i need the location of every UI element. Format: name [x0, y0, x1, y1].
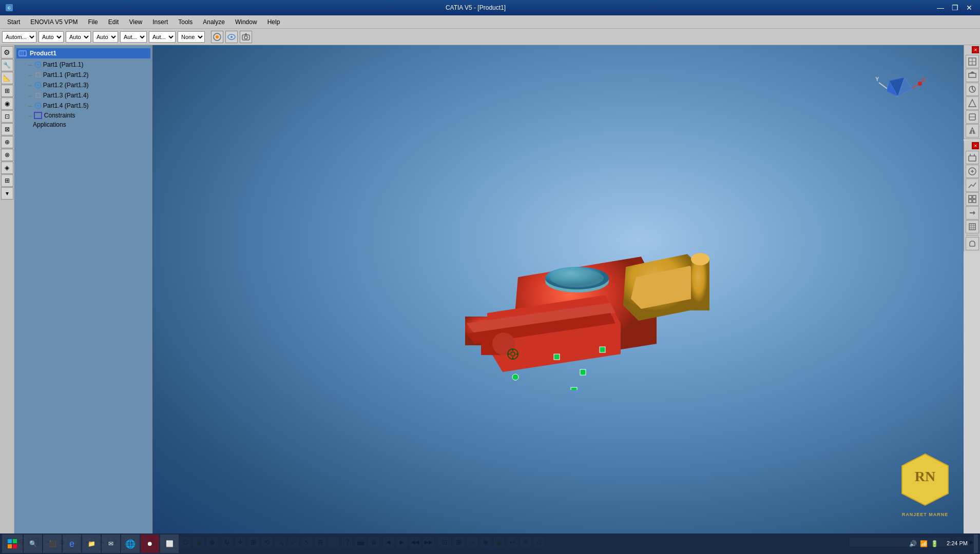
minus-icon-6: — [28, 113, 32, 118]
chrome-btn[interactable]: 🌐 [121, 535, 140, 553]
right-btn-4[interactable] [966, 96, 979, 110]
tray-power[interactable]: 🔋 [931, 540, 938, 547]
right-btn-1[interactable] [966, 55, 979, 68]
minus-icon-4: — [28, 93, 32, 98]
tool-btn-12[interactable]: ▾ [1, 187, 13, 200]
aut-select-1[interactable]: Aut... [120, 31, 147, 43]
expand-icon-1: + [24, 62, 27, 68]
svg-point-13 [37, 64, 39, 66]
right-btn-11[interactable] [966, 206, 979, 220]
right-btn-3[interactable] [966, 83, 979, 96]
tool-btn-9[interactable]: ⊗ [1, 149, 13, 161]
auto-select-3[interactable]: Auto [93, 31, 118, 43]
tree-item-part1-3[interactable]: + — Part1.3 (Part1.4) [23, 90, 150, 101]
right-btn-2[interactable] [966, 69, 979, 82]
mail-btn[interactable]: ✉ [102, 535, 120, 553]
show-desktop-btn[interactable] [974, 535, 978, 553]
explorer-btn[interactable]: 📁 [82, 535, 101, 553]
right-btn-13[interactable] [966, 237, 979, 250]
tool-btn-8[interactable]: ⊕ [1, 136, 13, 148]
product-tree: Product1 + — Part1 (Part1.1) + — [14, 45, 153, 533]
menu-file[interactable]: File [83, 17, 103, 27]
tray-volume[interactable]: 📶 [920, 540, 928, 547]
tree-item-part1-2[interactable]: + — Part1.2 (Part1.3) [23, 80, 150, 90]
menu-analyze[interactable]: Analyze [198, 17, 230, 27]
tree-item-label-part1-2: Part1.2 (Part1.3) [43, 82, 89, 89]
record-btn[interactable]: ⏺ [141, 535, 159, 553]
svg-point-29 [37, 105, 39, 107]
tree-item-part1[interactable]: + — Part1 (Part1.1) [23, 60, 150, 70]
edge-btn[interactable]: e [63, 535, 81, 553]
tree-item-constraints[interactable]: + — Constraints [23, 111, 150, 120]
svg-point-41 [918, 82, 922, 86]
expand-icon-5: + [24, 103, 27, 109]
right-btn-9[interactable] [966, 179, 979, 192]
svg-text:RN: RN [915, 468, 935, 484]
tool-btn-6[interactable]: ⊡ [1, 110, 13, 123]
tool-btn-2[interactable]: 🔧 [1, 59, 13, 71]
tool-btn-5[interactable]: ◉ [1, 97, 13, 110]
menu-view[interactable]: View [124, 17, 147, 27]
separator-1 [966, 235, 978, 235]
svg-rect-55 [600, 347, 605, 352]
svg-rect-27 [36, 93, 40, 97]
svg-rect-90 [969, 224, 975, 230]
task-view-btn[interactable]: ⬛ [43, 535, 62, 553]
right-btn-10[interactable] [966, 192, 979, 206]
minus-icon-3: — [28, 83, 32, 88]
auto-select-1[interactable]: Auto [39, 31, 64, 43]
rn-watermark: RN RANJEET MARNE [897, 451, 953, 508]
none-select[interactable]: None [178, 31, 205, 43]
right-btn-6[interactable] [966, 124, 979, 137]
tool-btn-3[interactable]: 📐 [1, 72, 13, 84]
svg-rect-71 [969, 73, 976, 77]
svg-point-5 [230, 36, 233, 38]
minimize-button[interactable]: — [934, 3, 947, 13]
menu-insert[interactable]: Insert [147, 17, 173, 27]
menu-window[interactable]: Window [230, 17, 262, 27]
window-title: CATIA V5 - [Product1] [17, 4, 934, 11]
right-btn-8[interactable] [966, 165, 979, 178]
close-button[interactable]: ✕ [963, 3, 976, 13]
tool-btn-7[interactable]: ⊠ [1, 123, 13, 135]
auto-select-2[interactable]: Auto [66, 31, 91, 43]
menu-enovia[interactable]: ENOVIA V5 VPM [25, 17, 83, 27]
panel2-close-btn[interactable]: ✕ [972, 142, 979, 149]
tree-item-label-constraints: Constraints [44, 112, 75, 119]
right-btn-5[interactable] [966, 110, 979, 124]
svg-point-21 [37, 84, 39, 86]
camera-icon[interactable] [240, 31, 252, 43]
tool-btn-10[interactable]: ◈ [1, 162, 13, 174]
tree-root[interactable]: Product1 [16, 48, 150, 58]
search-taskbar-btn[interactable]: 🔍 [24, 535, 42, 553]
right-btn-7[interactable] [966, 151, 979, 164]
tool-btn-4[interactable]: ⊞ [1, 85, 13, 97]
tray-network[interactable]: 🔊 [909, 540, 917, 547]
tool-btn-11[interactable]: ⊞ [1, 174, 13, 187]
workbench-select[interactable]: Autom... [2, 31, 36, 43]
right-btn-12[interactable] [966, 220, 979, 233]
snap-icon[interactable] [211, 31, 223, 43]
tree-item-part1-1[interactable]: + — Part1.1 (Part1.2) [23, 70, 150, 80]
tree-item-applications[interactable]: Applications [23, 120, 150, 129]
maximize-button[interactable]: ❐ [948, 3, 962, 13]
menu-help[interactable]: Help [262, 17, 285, 27]
tool-btn-1[interactable]: ⚙ [1, 46, 13, 58]
axis-indicator: X Y [871, 73, 925, 120]
minus-icon-1: — [28, 63, 32, 67]
main-toolbar: Autom... Auto Auto Auto Aut... Aut... No… [0, 29, 980, 45]
start-btn[interactable] [2, 535, 23, 553]
tree-root-label: Product1 [30, 50, 56, 57]
tree-item-label-part1-1: Part1.1 (Part1.2) [43, 71, 89, 78]
svg-rect-9 [19, 51, 26, 56]
tree-item-part1-4[interactable]: + — Part1.4 (Part1.5) [23, 101, 150, 111]
tree-item-label-part1-4: Part1.4 (Part1.5) [43, 102, 89, 109]
panel1-close-btn[interactable]: ✕ [972, 46, 979, 53]
view-icon[interactable] [225, 31, 238, 43]
menu-start[interactable]: Start [2, 17, 25, 27]
menu-edit[interactable]: Edit [103, 17, 124, 27]
app-btn[interactable]: ⬜ [160, 535, 179, 553]
title-bar: C CATIA V5 - [Product1] — ❐ ✕ [0, 0, 980, 15]
aut-select-2[interactable]: Aut... [149, 31, 176, 43]
menu-tools[interactable]: Tools [173, 17, 198, 27]
